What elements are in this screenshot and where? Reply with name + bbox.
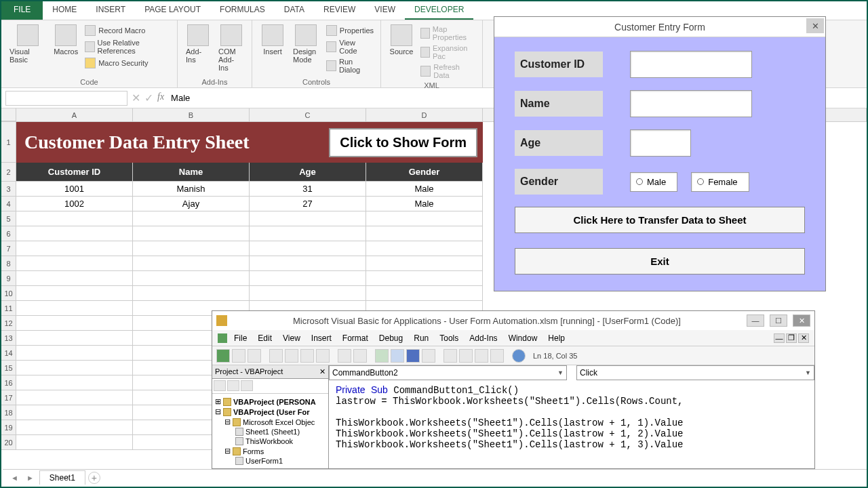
tab-data[interactable]: DATA xyxy=(275,1,314,20)
cell[interactable] xyxy=(133,286,250,301)
row-header[interactable]: 14 xyxy=(1,346,16,361)
radio-female[interactable]: Female xyxy=(691,172,749,192)
tb-find-icon[interactable] xyxy=(316,349,330,363)
cell[interactable] xyxy=(16,256,133,271)
tb-reset-icon[interactable] xyxy=(406,349,420,363)
cell[interactable]: Male xyxy=(366,182,483,197)
cell[interactable] xyxy=(16,286,133,301)
properties-button[interactable]: Properties xyxy=(325,24,375,37)
menu-run[interactable]: Run xyxy=(410,332,433,344)
tb-properties-icon[interactable] xyxy=(459,349,473,363)
visual-basic-button[interactable]: Visual Basic xyxy=(7,23,48,65)
tb-cut-icon[interactable] xyxy=(269,349,283,363)
cell[interactable] xyxy=(250,256,366,271)
tb-break-icon[interactable] xyxy=(391,349,404,363)
cell[interactable] xyxy=(16,435,133,450)
cell[interactable] xyxy=(16,241,133,256)
cell[interactable] xyxy=(366,256,483,271)
menu-insert[interactable]: Insert xyxy=(307,332,336,344)
menu-debug[interactable]: Debug xyxy=(375,332,407,344)
proj-tb-icon[interactable] xyxy=(214,380,226,391)
tab-view[interactable]: VIEW xyxy=(365,1,405,20)
design-mode-button[interactable]: Design Mode xyxy=(290,23,322,65)
minimize-button[interactable]: — xyxy=(747,314,764,327)
cell[interactable] xyxy=(133,256,250,271)
show-form-button[interactable]: Click to Show Form xyxy=(329,128,477,157)
row-header[interactable]: 5 xyxy=(1,211,16,226)
com-addins-button[interactable]: COM Add-Ins xyxy=(216,23,246,73)
cell[interactable] xyxy=(133,241,250,256)
cancel-icon[interactable]: ✕ xyxy=(132,92,140,104)
col-header-a[interactable]: A xyxy=(16,108,133,121)
row-header[interactable]: 19 xyxy=(1,420,16,435)
cell[interactable] xyxy=(16,211,133,226)
cell[interactable] xyxy=(133,271,250,286)
vba-titlebar[interactable]: Microsoft Visual Basic for Applications … xyxy=(212,311,814,330)
proj-tb-icon[interactable] xyxy=(227,380,239,391)
row-header[interactable]: 10 xyxy=(1,286,16,301)
cell[interactable] xyxy=(250,241,366,256)
cell[interactable]: Manish xyxy=(133,182,250,197)
cell[interactable] xyxy=(250,271,366,286)
menu-addins[interactable]: Add-Ins xyxy=(465,332,501,344)
macros-button[interactable]: Macros xyxy=(51,23,81,57)
tb-paste-icon[interactable] xyxy=(300,349,314,363)
run-dialog-button[interactable]: Run Dialog xyxy=(325,57,375,75)
close-button[interactable]: ✕ xyxy=(793,314,810,327)
cell[interactable] xyxy=(366,241,483,256)
inner-close[interactable]: ✕ xyxy=(798,333,809,343)
inner-restore[interactable]: ❐ xyxy=(786,333,797,343)
cell[interactable] xyxy=(16,361,133,375)
row-header[interactable]: 1 xyxy=(1,122,16,163)
input-customer-id[interactable] xyxy=(630,51,752,78)
cell[interactable] xyxy=(16,346,133,361)
tab-file[interactable]: FILE xyxy=(1,1,43,20)
source-button[interactable]: Source xyxy=(387,23,416,57)
select-all-corner[interactable] xyxy=(1,108,16,121)
row-header[interactable]: 8 xyxy=(1,256,16,271)
tb-help-icon[interactable] xyxy=(512,349,526,363)
cell[interactable]: 1002 xyxy=(16,197,133,211)
menu-edit[interactable]: Edit xyxy=(254,332,276,344)
row-header[interactable]: 11 xyxy=(1,301,16,316)
tb-copy-icon[interactable] xyxy=(285,349,298,363)
row-header[interactable]: 3 xyxy=(1,182,16,197)
cell[interactable] xyxy=(366,271,483,286)
userform-close-button[interactable]: ✕ xyxy=(806,18,824,33)
cell[interactable] xyxy=(366,211,483,226)
sheet-nav-next[interactable]: ► xyxy=(24,474,37,482)
view-code-button[interactable]: View Code xyxy=(325,38,375,56)
col-header-d[interactable]: D xyxy=(366,108,483,121)
cell[interactable] xyxy=(250,211,366,226)
menu-file[interactable]: File xyxy=(230,332,251,344)
cell[interactable] xyxy=(16,331,133,346)
tab-insert[interactable]: INSERT xyxy=(86,1,135,20)
tb-project-icon[interactable] xyxy=(443,349,457,363)
transfer-button[interactable]: Click Here to Transfer Data to Sheet xyxy=(515,207,805,233)
object-dropdown[interactable]: CommandButton2▼ xyxy=(329,365,567,380)
row-header[interactable]: 12 xyxy=(1,316,16,331)
tb-design-icon[interactable] xyxy=(422,349,435,363)
macro-security-button[interactable]: Macro Security xyxy=(83,57,172,69)
fx-icon[interactable]: fx xyxy=(157,92,164,104)
row-header[interactable]: 2 xyxy=(1,163,16,182)
add-sheet-button[interactable]: + xyxy=(88,472,100,484)
relative-refs-button[interactable]: Use Relative References xyxy=(83,38,172,56)
col-header-b[interactable]: B xyxy=(133,108,250,121)
row-header[interactable]: 6 xyxy=(1,226,16,241)
menu-tools[interactable]: Tools xyxy=(435,332,462,344)
sheet-tab-sheet1[interactable]: Sheet1 xyxy=(39,470,85,485)
sheet-nav-prev[interactable]: ◄ xyxy=(8,474,21,482)
cell[interactable] xyxy=(133,211,250,226)
cell[interactable]: 27 xyxy=(250,197,366,211)
cell[interactable]: Male xyxy=(366,197,483,211)
tb-toolbox-icon[interactable] xyxy=(490,349,504,363)
insert-control-button[interactable]: Insert xyxy=(258,23,288,57)
cell[interactable] xyxy=(366,286,483,301)
project-tree[interactable]: ⊞ VBAProject (PERSONA ⊟ VBAProject (User… xyxy=(212,394,328,468)
tb-browser-icon[interactable] xyxy=(475,349,488,363)
row-header[interactable]: 20 xyxy=(1,435,16,450)
row-header[interactable]: 15 xyxy=(1,361,16,375)
name-box[interactable] xyxy=(5,91,127,106)
cell[interactable]: 31 xyxy=(250,182,366,197)
